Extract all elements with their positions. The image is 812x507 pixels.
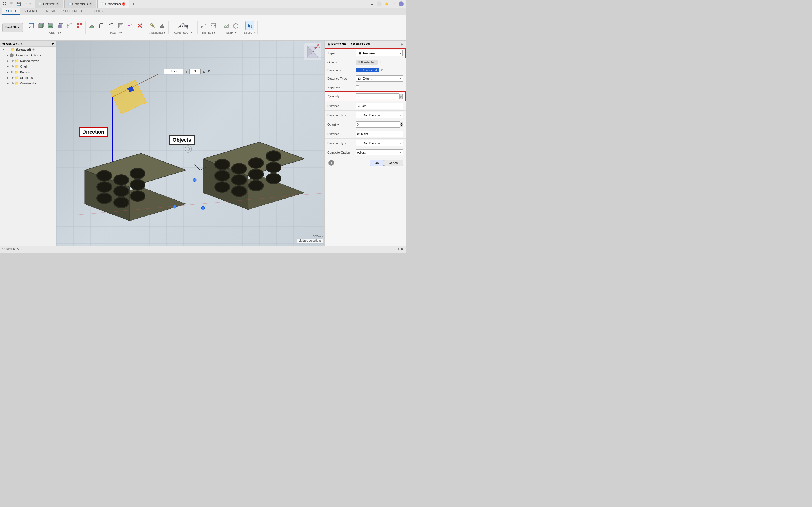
visibility-eye[interactable]: 👁 (6, 48, 10, 51)
objects-clear[interactable]: ✕ (379, 60, 382, 64)
close-tab-1[interactable]: ✕ (89, 2, 93, 6)
inspect-section[interactable] (209, 21, 218, 30)
save-btn[interactable]: 💾 (16, 2, 21, 6)
create-cylinder-btn[interactable] (46, 21, 55, 30)
tab-surface[interactable]: SURFACE (20, 8, 42, 15)
construct-label[interactable]: CONSTRUCT ▾ (174, 31, 192, 34)
tab-untitled-1[interactable]: 📄 Untitled*(1) ✕ (64, 0, 96, 8)
browser-item-bodies[interactable]: ▶ 👁 📁 Bodies (0, 69, 56, 75)
tab-solid[interactable]: SOLID (2, 8, 20, 15)
direction-type-1-select[interactable]: ⟶ One Direction ▾ (356, 112, 403, 118)
zoom-fit-btn[interactable]: ⊕ (30, 253, 35, 254)
measurement-qty-input[interactable] (190, 69, 201, 74)
objects-chip[interactable]: ⊞ 6 selected (356, 60, 377, 64)
type-select[interactable]: ⊞ Features ▾ (356, 50, 403, 56)
quantity-2-up[interactable]: ▲ (400, 122, 403, 124)
comments-expand[interactable]: ▶ (402, 247, 404, 250)
directions-clear[interactable]: ✕ (381, 68, 384, 72)
eye-sketches[interactable]: 👁 (10, 76, 14, 79)
distance-2-input[interactable] (356, 131, 403, 137)
insert-image[interactable] (221, 21, 231, 30)
modify-delete[interactable] (135, 21, 144, 30)
modify-label[interactable]: MODIFY ▾ (110, 31, 122, 34)
quantity-2-down[interactable]: ▼ (400, 124, 403, 127)
assemble-label[interactable]: ASSEMBLE ▾ (149, 31, 165, 34)
measurement-up[interactable]: ▲ (202, 69, 206, 73)
create-label[interactable]: CREATE ▾ (49, 31, 61, 34)
browser-options[interactable]: ⋯ (47, 42, 50, 45)
browser-item-doc-settings[interactable]: ▶ Document Settings (0, 52, 56, 58)
tab-tools[interactable]: TOOLS (88, 8, 107, 15)
modify-fillet[interactable] (97, 21, 106, 30)
browser-expand[interactable]: ▶ (52, 42, 54, 45)
tab-mesh[interactable]: MESH (42, 8, 59, 15)
browser-item-construction[interactable]: ▶ 👁 📁 Construction (0, 80, 56, 86)
directions-chip[interactable]: ⟶ 1 selected (356, 68, 379, 72)
modify-move[interactable] (126, 21, 135, 30)
bell-icon[interactable]: 🔔 (384, 1, 389, 6)
browser-item-sketches[interactable]: ▶ 👁 📁 Sketches (0, 75, 56, 80)
inspect-measure[interactable] (199, 21, 208, 30)
create-revolve-btn[interactable] (65, 21, 74, 30)
select-label[interactable]: SELECT ▾ (244, 31, 256, 34)
cloud-icon[interactable]: ☁ (369, 1, 374, 6)
browser-item-named-views[interactable]: ▶ 👁 📁 Named Views (0, 58, 56, 64)
create-pattern-btn[interactable] (75, 21, 84, 30)
direction-type-2-select[interactable]: ⟶ One Direction ▾ (356, 140, 403, 146)
cancel-button[interactable]: Cancel (384, 160, 403, 166)
tab-untitled[interactable]: 📄 Untitled* ✕ (35, 0, 63, 8)
measurement-menu[interactable]: ⋮ (185, 69, 188, 73)
close-tab-2[interactable]: ✕ (122, 2, 125, 6)
insert-component[interactable] (231, 21, 240, 30)
orbit-btn[interactable]: ↺ (11, 253, 17, 254)
modify-shell[interactable] (116, 21, 125, 30)
browser-item-unsaved[interactable]: ▼ 👁 📁 (Unsaved) ☀ (0, 47, 56, 52)
suppress-checkbox[interactable] (356, 86, 359, 89)
ok-button[interactable]: OK (370, 160, 384, 166)
browser-collapse[interactable]: ◀ (2, 42, 4, 45)
assemble-rigid[interactable] (158, 21, 167, 30)
undo-btn[interactable]: ↩ (24, 2, 27, 6)
axis-cube[interactable]: RIGHT Z (305, 43, 321, 60)
avatar[interactable] (399, 1, 404, 6)
quantity-input[interactable] (356, 93, 399, 100)
create-extrude-btn[interactable] (56, 21, 64, 30)
distance-type-select[interactable]: ⊟ Extent ▾ (356, 75, 403, 82)
create-box-btn[interactable] (36, 21, 45, 30)
measurement-down[interactable]: ▼ (207, 69, 211, 73)
eye-named-views[interactable]: 👁 (10, 59, 14, 62)
distance-input[interactable] (356, 103, 403, 109)
close-tab-0[interactable]: ✕ (56, 2, 59, 6)
modify-chamfer[interactable] (107, 21, 116, 30)
modify-press-pull[interactable] (87, 21, 96, 30)
measurement-distance-input[interactable] (163, 69, 183, 74)
info-button[interactable]: i (328, 160, 334, 166)
eye-origin[interactable]: 👁 (10, 65, 14, 68)
quantity-down[interactable]: ▼ (399, 96, 403, 99)
panel-expand-arrow[interactable]: ▶ (401, 43, 403, 46)
quantity-2-input[interactable] (356, 121, 400, 128)
eye-bodies[interactable]: 👁 (10, 71, 14, 73)
compute-option-select[interactable]: Adjust ▾ (356, 149, 403, 156)
menu-icon[interactable]: ☰ (10, 2, 13, 6)
browser-item-origin[interactable]: ▶ 👁 📁 Origin (0, 64, 56, 69)
create-sketch-btn[interactable] (27, 21, 36, 30)
tab-untitled-2[interactable]: 📄 Untitled*(2) ✕ (97, 0, 129, 8)
redo-btn[interactable]: ↪ (29, 2, 32, 6)
help-icon[interactable]: ? (391, 1, 396, 6)
construct-plane[interactable]: CONSTRUCT› (170, 21, 196, 30)
select-tool[interactable] (245, 21, 254, 30)
viewport[interactable]: ⋮ ▲ ▼ (56, 41, 324, 245)
zoom-btn[interactable]: 🔍 (24, 253, 29, 254)
new-tab-btn[interactable]: + (130, 1, 137, 7)
assemble-joint[interactable] (148, 21, 157, 30)
inspect-label[interactable]: INSPECT ▾ (202, 31, 215, 34)
tab-sheet-metal[interactable]: SHEET METAL (59, 8, 88, 15)
eye-construction[interactable]: 👁 (10, 82, 14, 85)
comments-options[interactable]: ⊟ (398, 247, 400, 250)
pan-btn[interactable]: ✋ (18, 253, 23, 254)
quantity-up[interactable]: ▲ (399, 94, 403, 96)
insert-label[interactable]: INSERT ▾ (225, 31, 237, 34)
design-dropdown[interactable]: DESIGN ▾ (2, 23, 23, 32)
app-grid-icon[interactable] (2, 1, 7, 6)
